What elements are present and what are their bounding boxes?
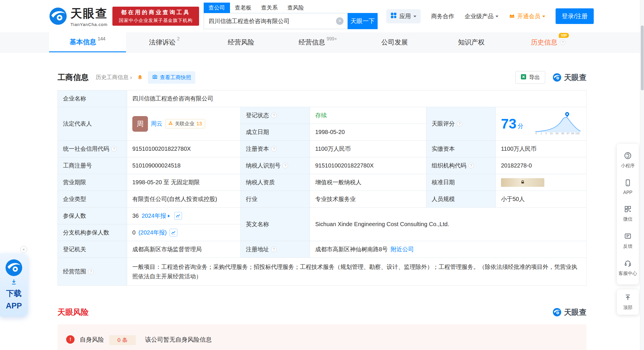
tab-history-info[interactable]: 历史信息 ? VIP	[510, 32, 587, 52]
dock-item-wechat[interactable]: 微信	[617, 200, 639, 227]
clear-icon[interactable]: ×	[336, 17, 344, 25]
dock-item-feedback[interactable]: 反馈	[617, 227, 639, 254]
field-label: 工商注册号	[63, 162, 92, 170]
search-tab-company[interactable]: 查公司	[204, 3, 230, 13]
download-app-widget: × 下载 APP	[0, 254, 28, 316]
field-label: 参保人数	[63, 212, 86, 220]
taxpayer-quality-value: 增值税一般纳税人	[315, 179, 361, 185]
tab-legal-litigation[interactable]: 法律诉讼 2	[126, 32, 203, 52]
dock-item-support[interactable]: 客服中心	[617, 254, 639, 282]
dock-item-app[interactable]: APP	[617, 174, 639, 200]
table-row: 工商注册号 510109000024518 纳税人识别号? 9151010020…	[58, 157, 587, 174]
field-label: 注册地址	[246, 245, 269, 253]
tab-operation-risk[interactable]: 经营风险	[203, 32, 279, 52]
tab-label: 公司发展	[381, 38, 408, 47]
business-term-value: 1998-05-20 至 无固定期限	[132, 179, 200, 185]
login-button[interactable]: 登录/注册	[556, 8, 594, 24]
header-nav: 应用 商务合作 企业级产品 开通会员 登录/注册	[386, 8, 594, 24]
network-icon	[168, 121, 173, 127]
caret-right-icon	[168, 215, 171, 217]
risk-section-header: 天眼风险 天眼查	[57, 307, 587, 317]
branch-annual-report-link[interactable]: (2024年报)	[138, 229, 167, 237]
taxpayer-id-value: 91510100201822780X	[315, 162, 374, 169]
alert-icon: !	[66, 335, 75, 344]
business-info-table: 企业名称 四川信德工程造价咨询有限公司 法定代表人 周 周云 关联企业 13	[57, 90, 587, 286]
back-to-top-button[interactable]: 顶部	[617, 289, 639, 315]
back-to-top-label: 顶部	[623, 305, 632, 311]
reg-status-value: 存续	[315, 112, 327, 118]
dock-item-miniprogram[interactable]: 小程序	[617, 147, 639, 174]
field-label: 分支机构参保人数	[63, 229, 109, 237]
help-icon: ?	[271, 247, 276, 252]
tianyancha-eye-icon	[5, 259, 22, 276]
tab-operation-info[interactable]: 经营信息 999+	[279, 32, 356, 52]
related-companies-count: 13	[196, 121, 202, 127]
chevron-down-icon	[495, 16, 498, 19]
credit-code-value: 91510100201822780X	[132, 146, 191, 152]
watermark-text: 天眼查	[564, 72, 587, 83]
field-label: 英文名称	[246, 220, 269, 228]
svg-text:85: 85	[561, 132, 564, 135]
scrollbar-thumb[interactable]	[641, 25, 644, 90]
scrollbar-track[interactable]	[640, 0, 644, 350]
svg-text:50: 50	[556, 132, 558, 135]
download-app-button[interactable]: 下载 APP	[0, 254, 28, 316]
tab-count: 999+	[326, 36, 337, 42]
miniprogram-icon	[624, 152, 632, 161]
tab-count: 144	[98, 36, 105, 42]
nav-vip[interactable]: 开通会员	[509, 12, 545, 20]
crown-icon	[509, 12, 515, 20]
nearby-companies-link[interactable]: 附近公司	[391, 245, 414, 253]
search-tab-risk[interactable]: 查风险	[283, 3, 309, 13]
tab-company-development[interactable]: 公司发展	[356, 32, 433, 52]
help-icon: ?	[468, 163, 474, 168]
section-title: 工商信息	[57, 72, 89, 83]
nav-cooperation[interactable]: 商务合作	[431, 12, 454, 20]
lock-icon	[521, 179, 525, 186]
field-label: 营业期限	[63, 178, 86, 186]
history-business-info-link[interactable]: 历史工商信息 ›	[96, 74, 132, 81]
self-risk-count-badge[interactable]: 0 条	[109, 335, 136, 345]
dock-item-label: 微信	[623, 216, 632, 222]
nav-enterprise[interactable]: 企业级产品	[465, 12, 498, 20]
trend-chart-icon[interactable]	[174, 212, 182, 220]
related-companies-badge[interactable]: 关联企业 13	[165, 119, 205, 129]
vip-badge: VIP	[559, 33, 569, 38]
locked-value[interactable]	[501, 178, 544, 187]
grid-icon	[391, 12, 397, 20]
export-button[interactable]: 导出	[515, 71, 545, 84]
table-row: 统一社会信用代码? 91510100201822780X 注册资本? 1100万…	[58, 141, 587, 157]
promo-banner: 都在用的商业查询工具 国家中小企业发展子基金旗下机构	[112, 7, 199, 26]
search-button[interactable]: 天眼一下	[348, 13, 378, 29]
english-name-value: Sichuan Xinde Engineering Cost Consultin…	[315, 221, 449, 227]
avatar[interactable]: 周	[132, 116, 148, 132]
tab-intellectual-property[interactable]: 知识产权	[433, 32, 510, 52]
field-label: 注册资本	[246, 145, 269, 153]
view-snapshot-button[interactable]: 查看工商快照	[148, 71, 195, 84]
logo-title: 天眼查	[70, 5, 108, 21]
tianyancha-eye-icon	[49, 7, 67, 25]
self-risk-panel: ! 自身风险 0 条 该公司暂无自身风险信息	[57, 324, 587, 350]
site-logo[interactable]: 天眼查 TianYanCha.com	[49, 5, 108, 27]
tab-label: 知识产权	[458, 38, 485, 47]
tab-label: 法律诉讼	[149, 38, 176, 47]
excel-icon	[521, 74, 526, 81]
main-content: 工商信息 历史工商信息 › 查看工商快照 导出 天眼查	[0, 71, 644, 350]
annual-report-link[interactable]: 2024年报	[142, 212, 166, 220]
search-input[interactable]	[204, 13, 348, 29]
tab-basic-info[interactable]: 基本信息 144	[49, 32, 126, 52]
promo-line2: 国家中小企业发展子基金旗下机构	[119, 18, 193, 24]
bell-icon[interactable]	[137, 74, 143, 81]
nav-apps[interactable]: 应用	[386, 9, 421, 23]
self-risk-label: 自身风险	[80, 335, 104, 344]
svg-text:3: 3	[545, 132, 547, 135]
trend-chart-icon[interactable]	[170, 229, 177, 237]
reg-no-value: 510109000024518	[132, 162, 181, 169]
field-label: 登记状态	[246, 111, 269, 119]
search-tab-relation[interactable]: 查关系	[256, 3, 283, 13]
svg-text:100: 100	[575, 132, 580, 135]
help-icon: ?	[88, 269, 94, 274]
search-tab-boss[interactable]: 查老板	[230, 3, 256, 13]
close-icon[interactable]: ×	[20, 246, 27, 253]
legal-rep-link[interactable]: 周云	[151, 120, 162, 128]
